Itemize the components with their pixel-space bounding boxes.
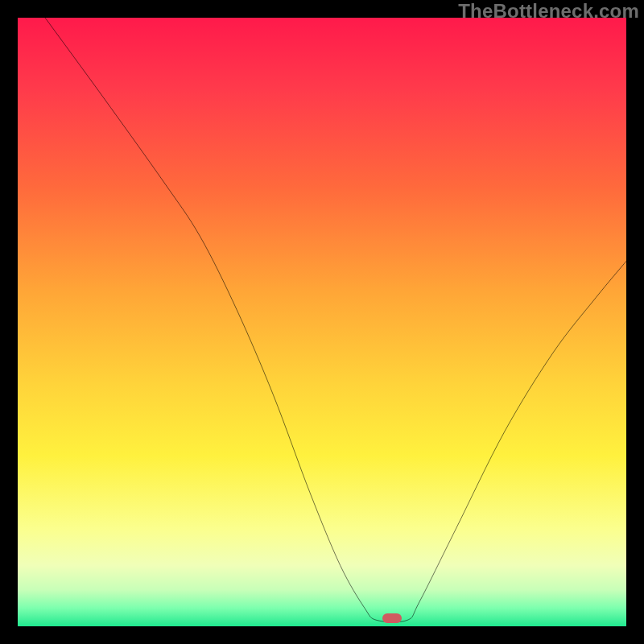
optimal-marker [382,613,402,623]
plot-area [18,18,626,626]
chart-frame: TheBottleneck.com [0,0,644,644]
svg-rect-0 [18,18,626,626]
background-gradient [18,18,626,626]
